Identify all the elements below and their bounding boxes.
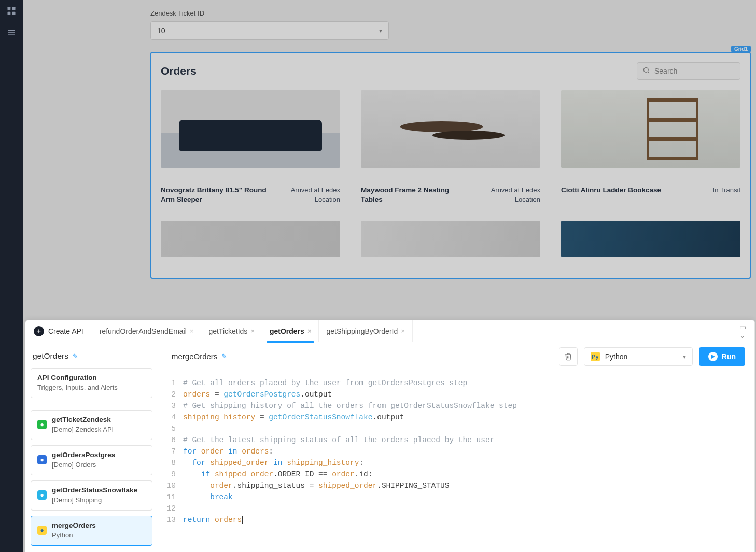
code-line: 11 break xyxy=(158,491,754,503)
line-number: 11 xyxy=(158,491,183,503)
api-config-sub: Triggers, Inputs, and Alerts xyxy=(37,384,146,391)
plus-icon: + xyxy=(34,326,44,336)
editor-area: mergeOrders ✎ Py Python ▾ xyxy=(158,342,754,552)
language-select[interactable]: Py Python ▾ xyxy=(584,347,693,366)
edit-icon[interactable]: ✎ xyxy=(221,352,227,360)
step-title: getOrdersPostgres xyxy=(52,451,146,459)
line-number: 10 xyxy=(158,480,183,491)
code-line: 8 for shipped_order in shipping_history: xyxy=(158,457,754,469)
tab-label: getOrders xyxy=(270,327,304,335)
run-label: Run xyxy=(722,352,736,361)
lines-icon[interactable] xyxy=(6,27,17,38)
svg-rect-3 xyxy=(12,12,16,15)
step-subtitle: [Demo] Shipping xyxy=(52,496,146,504)
panel-collapse-icon[interactable]: ▭⌄ xyxy=(736,323,749,339)
svg-rect-0 xyxy=(8,7,11,10)
pipeline-step[interactable]: ● getOrderStatusSnowflake [Demo] Shippin… xyxy=(31,480,152,511)
tab-label: getTicketIds xyxy=(208,327,247,335)
step-icon: ● xyxy=(37,526,47,535)
step-subtitle: [Demo] Orders xyxy=(52,461,146,469)
code-line: 3# Get shipping history of all the order… xyxy=(158,400,754,412)
pipeline-connector xyxy=(41,475,152,480)
line-number: 3 xyxy=(158,400,183,412)
code-text: orders = getOrdersPostgres.output xyxy=(183,389,332,400)
pipeline-connector xyxy=(41,440,152,445)
line-number: 7 xyxy=(158,446,183,457)
api-sidebar: getOrders ✎ API Configuration Triggers, … xyxy=(25,342,158,552)
line-number: 4 xyxy=(158,412,183,423)
code-text: order.shipping_status = shipped_order.SH… xyxy=(183,480,449,491)
line-number: 8 xyxy=(158,457,183,469)
api-builder-panel: + Create API refundOrderAndSendEmail×get… xyxy=(25,320,755,552)
close-icon[interactable]: × xyxy=(401,327,405,335)
code-line: 2orders = getOrdersPostgres.output xyxy=(158,389,754,400)
api-tabs-row: + Create API refundOrderAndSendEmail×get… xyxy=(25,320,754,342)
api-config-title: API Configuration xyxy=(37,374,146,381)
api-tab[interactable]: getTicketIds× xyxy=(201,320,262,342)
code-editor[interactable]: 1# Get all orders placed by the user fro… xyxy=(158,371,754,552)
code-text: break xyxy=(183,491,233,503)
pipeline-step[interactable]: ● mergeOrders Python xyxy=(31,516,152,546)
pipeline-step[interactable]: ● getTicketZendesk [Demo] Zendesk API xyxy=(31,410,152,440)
line-number: 6 xyxy=(158,434,183,446)
chevron-down-icon: ▾ xyxy=(683,353,686,360)
step-subtitle: [Demo] Zendesk API xyxy=(52,426,146,433)
step-title: getOrderStatusSnowflake xyxy=(52,486,146,494)
step-subtitle: Python xyxy=(52,531,146,539)
code-text: for shipped_order in shipping_history: xyxy=(183,457,363,469)
play-icon xyxy=(708,352,718,361)
tab-label: refundOrderAndSendEmail xyxy=(100,327,187,335)
create-api-label: Create API xyxy=(48,327,83,335)
edit-icon[interactable]: ✎ xyxy=(73,352,78,360)
code-line: 5 xyxy=(158,423,754,434)
close-icon[interactable]: × xyxy=(250,327,255,335)
run-button[interactable]: Run xyxy=(699,347,745,366)
create-api-button[interactable]: + Create API xyxy=(31,324,92,338)
api-config-card[interactable]: API Configuration Triggers, Inputs, and … xyxy=(31,368,152,398)
pipeline-step[interactable]: ● getOrdersPostgres [Demo] Orders xyxy=(31,445,152,475)
code-line: 4shipping_history = getOrderStatusSnowfl… xyxy=(158,412,754,423)
api-name: getOrders xyxy=(33,351,68,361)
code-line: 1# Get all orders placed by the user fro… xyxy=(158,377,754,389)
api-tab[interactable]: getOrders× xyxy=(262,320,319,342)
code-text: shipping_history = getOrderStatusSnowfla… xyxy=(183,412,404,423)
line-number: 2 xyxy=(158,389,183,400)
code-text: # Get the latest shipping status of all … xyxy=(183,434,494,446)
code-text: # Get shipping history of all the orders… xyxy=(183,400,517,412)
api-tab[interactable]: getShippingByOrderId× xyxy=(319,320,412,342)
step-title: getTicketZendesk xyxy=(52,416,146,423)
editor-step-title: mergeOrders xyxy=(172,352,217,361)
left-icon-rail xyxy=(0,0,23,552)
line-number: 13 xyxy=(158,514,183,526)
code-line: 13return orders xyxy=(158,514,754,526)
step-icon: ● xyxy=(37,455,47,464)
svg-rect-1 xyxy=(12,7,16,10)
line-number: 5 xyxy=(158,423,183,434)
code-line: 9 if shipped_order.ORDER_ID == order.id: xyxy=(158,469,754,480)
code-text: # Get all orders placed by the user from… xyxy=(183,377,467,389)
svg-rect-2 xyxy=(8,12,11,15)
code-line: 6# Get the latest shipping status of all… xyxy=(158,434,754,446)
close-icon[interactable]: × xyxy=(307,327,312,335)
tab-label: getShippingByOrderId xyxy=(326,327,398,335)
step-icon: ● xyxy=(37,490,47,500)
language-label: Python xyxy=(605,352,628,361)
python-icon: Py xyxy=(591,352,600,361)
code-line: 10 order.shipping_status = shipped_order… xyxy=(158,480,754,491)
close-icon[interactable]: × xyxy=(190,327,194,335)
line-number: 1 xyxy=(158,377,183,389)
line-number: 12 xyxy=(158,503,183,514)
code-line: 12 xyxy=(158,503,754,514)
delete-step-button[interactable] xyxy=(559,347,578,366)
step-icon: ● xyxy=(37,420,47,429)
pipeline-connector xyxy=(41,403,152,405)
line-number: 9 xyxy=(158,469,183,480)
api-tab[interactable]: refundOrderAndSendEmail× xyxy=(92,320,202,342)
code-line: 7for order in orders: xyxy=(158,446,754,457)
step-title: mergeOrders xyxy=(52,521,146,529)
code-text: if shipped_order.ORDER_ID == order.id: xyxy=(183,469,373,480)
pipeline-connector xyxy=(41,511,152,516)
code-text: for order in orders: xyxy=(183,446,273,457)
widgets-icon[interactable] xyxy=(6,5,17,17)
code-text: return orders xyxy=(183,514,243,526)
